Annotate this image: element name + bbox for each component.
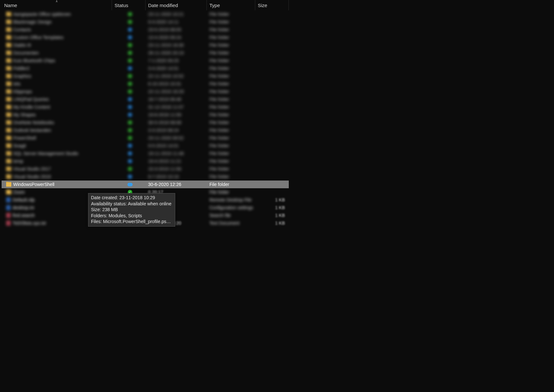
folder-icon [6, 120, 11, 125]
file-date: 30-5-2018 08:08 [146, 120, 207, 125]
file-date: 23-11-2019 16:30 [146, 43, 207, 48]
file-row[interactable]: OneNote Notebooks30-5-2018 08:08File fol… [2, 119, 289, 126]
file-type: File folder [207, 143, 255, 148]
file-type: File folder [207, 166, 255, 172]
file-row[interactable]: SQL Server Management Studio19-11-2019 1… [2, 150, 289, 157]
file-type: File folder [207, 120, 255, 125]
folder-icon [6, 35, 11, 40]
file-type: File folder [207, 97, 255, 102]
file-row[interactable]: Visual Studio 201715-3-2019 11:56File fo… [2, 165, 289, 173]
column-header-status[interactable]: Status [112, 0, 146, 10]
sync-check-icon [128, 120, 132, 125]
file-row[interactable]: Fiddler23-4-2020 14:51File folder [2, 64, 289, 72]
folder-icon [6, 97, 11, 102]
file-date: 19-4-2019 11:21 [146, 159, 207, 164]
file-row[interactable]: temp19-4-2019 11:21File folder [2, 157, 289, 165]
file-name: WindowsPowerShell [13, 182, 55, 187]
folder-icon [6, 136, 11, 140]
file-type: File folder [207, 182, 255, 187]
file-name: SQL Server Management Studio [13, 151, 78, 156]
file-row[interactable]: My Kindle Content31-12-2018 11:07File fo… [2, 103, 289, 111]
file-row[interactable]: Aangepaste Office sjablonen23-11-2020 10… [2, 10, 289, 18]
sync-refresh-icon [128, 35, 132, 40]
file-type: File folder [207, 81, 255, 86]
file-size: 1 KB [255, 220, 289, 226]
file-type: File folder [207, 74, 255, 79]
file-name: Visual Studio 2019 [13, 174, 51, 179]
folder-icon [6, 159, 11, 163]
column-header-name[interactable]: Name ∧ [2, 0, 112, 10]
sync-check-icon [128, 82, 132, 86]
folder-icon [6, 167, 11, 171]
folder-icon [6, 12, 11, 16]
folder-icon [6, 43, 11, 47]
folder-icon [6, 151, 11, 156]
file-name: ToDOlists.sys.txt [13, 220, 46, 226]
file-date: 15-3-2019 11:56 [146, 166, 207, 172]
file-icon [6, 220, 11, 226]
file-size: 1 KB [255, 205, 289, 210]
file-name: Snagit [13, 143, 26, 148]
folder-icon [6, 89, 11, 94]
column-header-date[interactable]: Date modified [146, 0, 207, 10]
file-row[interactable]: Klipprops22-11-2019 16:29File folder [2, 88, 289, 95]
file-name: Default.rdp [13, 197, 35, 202]
tooltip-line: Folders: Modules, Scripts [91, 213, 172, 219]
sort-indicator-icon: ∧ [55, 0, 58, 3]
file-row[interactable]: Blackmagic Design9-3-2020 14:11File fold… [2, 18, 289, 26]
file-type: File folder [207, 190, 255, 195]
file-name: Klipprops [13, 89, 32, 94]
file-date: 23-11-2020 10:21 [146, 12, 207, 17]
folder-icon [6, 143, 11, 148]
file-name: Iets [13, 81, 21, 86]
file-row[interactable]: Diablo III23-11-2019 16:30File folder [2, 41, 289, 49]
file-row[interactable]: Contacts23-5-2019 08:05File folder [2, 26, 289, 34]
file-type: File folder [207, 135, 255, 141]
tooltip-line: Files: Microsoft.PowerShell_profile.ps1,… [91, 219, 172, 225]
sync-check-icon [128, 89, 132, 94]
column-label: Type [209, 3, 220, 8]
file-type: File folder [207, 112, 255, 117]
sync-check-icon [128, 128, 132, 132]
file-type: File folder [207, 43, 255, 48]
file-size: 1 KB [255, 197, 289, 202]
file-row[interactable]: PowerShell23-11-2020 09:52File folder [2, 134, 289, 142]
folder-icon [6, 113, 11, 117]
file-date: 9-3-2020 14:11 [146, 19, 207, 24]
file-icon [6, 197, 11, 202]
file-type: Remote Desktop File [207, 197, 255, 202]
file-date: 23-5-2019 08:05 [146, 27, 207, 32]
tooltip: Date created: 23-11-2018 10:29 Availabil… [88, 193, 175, 227]
file-type: File folder [207, 174, 255, 179]
file-row[interactable]: Snagit9-5-2019 14:01File folder [2, 142, 289, 150]
sync-check-icon [128, 20, 132, 24]
file-date: 23-11-2020 09:52 [146, 135, 207, 141]
file-row[interactable]: My Shapes19-6-2018 11:59File folder [2, 111, 289, 119]
file-name: Fiddler2 [13, 66, 30, 71]
column-label: Status [115, 3, 128, 8]
file-date: 7-1-2020 09:25 [146, 58, 207, 63]
file-row[interactable]: Custom Office Templates13-4-2020 09:24Fi… [2, 34, 289, 41]
file-date: 19-11-2019 11:48 [146, 151, 207, 156]
file-name: Zoom [13, 190, 25, 195]
file-type: File folder [207, 104, 255, 110]
column-header-type[interactable]: Type [207, 0, 255, 10]
file-name: desktop.ini [13, 205, 34, 210]
file-row[interactable]: Documenten26-11-2020 20:19File folder [2, 49, 289, 57]
file-row[interactable]: LINQPad Queries16-7-2019 06:48File folde… [2, 95, 289, 103]
file-row[interactable]: Kuis Bluetooth Chips7-1-2020 09:25File f… [2, 57, 289, 64]
sync-refresh-icon [128, 113, 132, 117]
file-row[interactable]: Outlook bestanden3-3-2019 08:24File fold… [2, 126, 289, 134]
file-row[interactable]: Iets6-10-2019 10:31File folder [2, 80, 289, 88]
file-row-selected[interactable]: WindowsPowerShell30-6-2020 12:26File fol… [2, 181, 289, 188]
file-row[interactable]: Graphics22-11-2019 10:52File folder [2, 72, 289, 80]
file-date: 9-5-2019 14:01 [146, 143, 207, 148]
file-date: 26-11-2020 20:19 [146, 50, 207, 55]
file-type: File folder [207, 50, 255, 55]
column-header-size[interactable]: Size [255, 0, 289, 10]
file-date: 22-11-2019 10:52 [146, 74, 207, 79]
folder-icon [6, 190, 11, 194]
file-date: 9-7-2019 10:19 [146, 174, 207, 179]
file-row[interactable]: Visual Studio 20199-7-2019 10:19File fol… [2, 173, 289, 181]
folder-icon [6, 174, 11, 179]
